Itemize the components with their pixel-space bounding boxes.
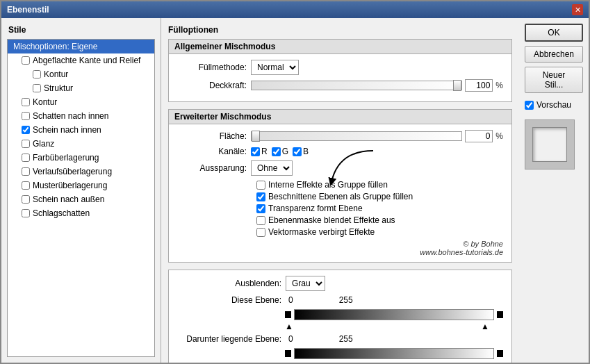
style-item-kontur-sub[interactable]: Kontur — [8, 67, 154, 81]
this-layer-label: Diese Ebene: — [177, 295, 281, 305]
right-panel: OK Abbrechen Neuer Stil... Vorschau — [519, 18, 589, 363]
below-layer-label: Darunter liegende Ebene: — [177, 334, 281, 344]
preview-checkbox[interactable] — [525, 101, 534, 110]
general-blend-title: Allgemeiner Mischmodus — [169, 40, 511, 54]
schatten-innen-checkbox[interactable] — [22, 112, 30, 120]
vektormaske-checkbox[interactable] — [256, 228, 265, 237]
below-layer-value: 0 — [288, 334, 293, 344]
style-item-label: Mischoptionen: Eigene — [13, 42, 97, 51]
channel-b-checkbox[interactable] — [293, 147, 302, 156]
below-layer-right-triangle: ▲ — [481, 361, 489, 363]
style-item-label: Schein nach außen — [33, 195, 104, 204]
annotation-container: © by Bohne www.bohnes-tutorials.de — [177, 240, 503, 256]
below-layer-left-handle — [285, 350, 291, 357]
fill-options-title: Fülloptionen — [168, 25, 512, 35]
style-item-label: Struktur — [44, 83, 73, 93]
glanz-checkbox[interactable] — [22, 140, 30, 148]
advanced-blend-section: Erweiterter Mischmodus Fläche: % Kanäle: — [168, 109, 512, 263]
schein-innen-checkbox[interactable] — [22, 126, 30, 134]
channel-g: G — [272, 147, 288, 156]
style-item-label: Musterüberlagerung — [33, 181, 107, 190]
style-item-label: Kontur — [44, 69, 68, 79]
this-layer-gradient-row — [285, 309, 503, 320]
ok-button[interactable]: OK — [525, 24, 583, 42]
fill-method-row: Füllmethode: Normal — [177, 60, 503, 75]
style-item-schlagschatten[interactable]: Schlagschatten — [8, 206, 154, 220]
copyright-text: © by Bohne — [177, 240, 503, 248]
aussparung-row: Aussparung: Ohne — [177, 160, 503, 176]
style-item-abgeflachte[interactable]: Abgeflachte Kante und Relief — [8, 53, 154, 67]
area-slider[interactable] — [251, 131, 462, 141]
ebenenmaske-checkbox[interactable] — [256, 216, 265, 225]
new-style-button[interactable]: Neuer Stil... — [525, 67, 583, 93]
close-button[interactable]: ✕ — [572, 4, 583, 15]
checkbox-ebenenmaske: Ebenenmaske blendet Effekte aus — [254, 215, 503, 225]
fill-method-select[interactable]: Normal — [251, 60, 299, 75]
opacity-slider[interactable] — [251, 81, 462, 90]
arrow-svg — [325, 147, 380, 189]
style-item-struktur[interactable]: Struktur — [8, 81, 154, 95]
transparenz-checkbox[interactable] — [256, 204, 265, 213]
aussparung-label: Aussparung: — [177, 163, 247, 173]
style-item-schatten-innen[interactable]: Schatten nach innen — [8, 109, 154, 123]
checkbox-vektormaske: Vektormaske verbirgt Effekte — [254, 227, 503, 237]
ausblenden-select[interactable]: Grau — [286, 276, 325, 291]
opacity-unit: % — [495, 81, 503, 90]
channel-r: R — [251, 147, 268, 156]
style-item-muster[interactable]: Musterüberlagerung — [8, 179, 154, 192]
below-layer-gradient — [294, 348, 494, 359]
this-layer-handles-row: ▲ ▲ — [285, 322, 489, 331]
preview-inner — [532, 127, 567, 162]
this-layer-left-triangle: ▲ — [285, 322, 293, 331]
area-label: Fläche: — [177, 131, 247, 141]
style-item-glanz[interactable]: Glanz — [8, 137, 154, 151]
preview-label: Vorschau — [536, 100, 571, 110]
checkbox-beschnittene: Beschnittene Ebenen als Gruppe füllen — [254, 192, 503, 201]
verlaufs-checkbox[interactable] — [22, 167, 30, 176]
opacity-label: Deckkraft: — [177, 81, 247, 90]
opacity-slider-container: % — [251, 79, 503, 92]
blend-bottom-content: Ausblenden: Grau Diese Ebene: 0 255 — [169, 270, 511, 363]
style-item-kontur[interactable]: Kontur — [8, 95, 154, 109]
transparenz-label: Transparenz formt Ebene — [268, 204, 363, 213]
beschnittene-checkbox[interactable] — [256, 192, 265, 201]
below-layer-gradient-row — [285, 348, 503, 359]
main-panel: Fülloptionen Allgemeiner Mischmodus Füll… — [161, 18, 519, 363]
cancel-button[interactable]: Abbrechen — [525, 46, 583, 63]
abgeflachte-checkbox[interactable] — [22, 56, 30, 65]
left-panel: Stile Mischoptionen: Eigene Abgeflachte … — [1, 18, 161, 363]
farb-checkbox[interactable] — [22, 154, 30, 162]
interne-checkbox[interactable] — [256, 181, 265, 190]
struktur-checkbox[interactable] — [33, 84, 41, 92]
this-layer-value: 0 — [288, 295, 293, 305]
vektormaske-label: Vektormaske verbirgt Effekte — [268, 227, 375, 237]
fill-method-label: Füllmethode: — [177, 63, 247, 72]
style-list: Mischoptionen: Eigene Abgeflachte Kante … — [7, 39, 155, 357]
below-layer-max: 255 — [339, 334, 353, 344]
channel-g-checkbox[interactable] — [272, 147, 281, 156]
kontur-checkbox[interactable] — [22, 98, 30, 106]
general-blend-section: Allgemeiner Mischmodus Füllmethode: Norm… — [168, 39, 512, 102]
style-item-label: Abgeflachte Kante und Relief — [33, 56, 140, 65]
preview-row: Vorschau — [525, 100, 583, 110]
style-item-schein-aussen[interactable]: Schein nach außen — [8, 192, 154, 206]
channel-r-checkbox[interactable] — [251, 147, 260, 156]
style-item-verlaufs[interactable]: Verlaufsüberlagerung — [8, 165, 154, 179]
this-layer-right-triangle: ▲ — [481, 322, 489, 331]
below-layer-right-handle — [497, 350, 503, 357]
schlagschatten-checkbox[interactable] — [22, 209, 30, 217]
this-layer-left-handle — [285, 311, 291, 318]
beschnittene-label: Beschnittene Ebenen als Gruppe füllen — [268, 192, 413, 201]
kontur-sub-checkbox[interactable] — [33, 70, 41, 78]
opacity-value[interactable] — [465, 79, 493, 92]
title-bar: Ebenenstil ✕ — [1, 1, 589, 18]
area-value[interactable] — [465, 130, 493, 142]
advanced-blend-title: Erweiterter Mischmodus — [169, 110, 511, 124]
muster-checkbox[interactable] — [22, 181, 30, 190]
schein-aussen-checkbox[interactable] — [22, 195, 30, 204]
aussparung-select[interactable]: Ohne — [251, 160, 293, 176]
style-item-mischoptionen[interactable]: Mischoptionen: Eigene — [8, 40, 154, 53]
style-item-farbuberlagerung[interactable]: Farbüberlagerung — [8, 151, 154, 165]
style-item-schein-innen[interactable]: Schein nach innen — [8, 123, 154, 137]
window-title: Ebenenstil — [7, 5, 49, 15]
